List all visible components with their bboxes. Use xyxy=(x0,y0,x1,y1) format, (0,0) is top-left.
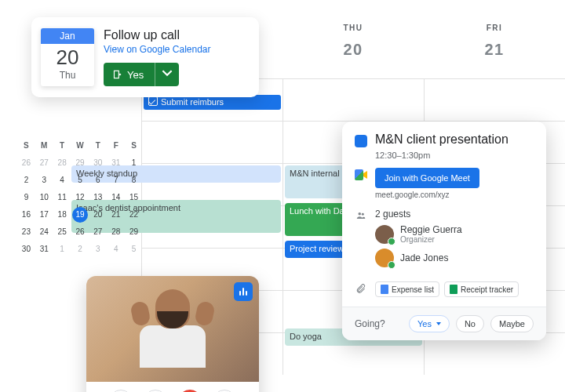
mini-day[interactable]: 24 xyxy=(35,223,53,241)
svg-point-6 xyxy=(359,212,362,216)
mini-day[interactable]: 9 xyxy=(17,189,35,206)
day-header-thu[interactable]: THU 20 xyxy=(282,24,424,64)
mini-dow: F xyxy=(107,137,125,154)
mini-day[interactable]: 4 xyxy=(107,241,125,258)
mini-day[interactable]: 5 xyxy=(71,172,89,189)
attachment-chip[interactable]: Expense list xyxy=(375,281,439,297)
mini-day[interactable]: 29 xyxy=(71,154,89,172)
people-icon xyxy=(355,210,366,221)
mini-day[interactable]: 15 xyxy=(125,189,143,206)
mini-day[interactable]: 1 xyxy=(53,241,71,258)
mini-day[interactable]: 30 xyxy=(17,241,35,258)
event-color-icon xyxy=(355,135,367,147)
guest-list: 2 guests Reggie GuerraOrganizerJade Jone… xyxy=(375,209,462,272)
mini-day[interactable]: 3 xyxy=(35,172,53,189)
guest-role: Organizer xyxy=(400,235,462,244)
guest-name: Jade Jones xyxy=(400,252,448,263)
mini-day[interactable]: 28 xyxy=(53,154,71,172)
mini-day[interactable]: 6 xyxy=(89,172,107,189)
mini-calendar[interactable]: SMTWTFS262728293031123456789101112131415… xyxy=(17,137,143,258)
attachment-icon xyxy=(355,283,366,294)
event-title: M&N client presentation xyxy=(375,132,508,147)
mini-day[interactable]: 7 xyxy=(107,172,125,189)
avatar xyxy=(375,225,394,244)
file-icon xyxy=(381,285,388,294)
rsvp-yes-option[interactable]: Yes xyxy=(409,315,450,332)
mini-day[interactable]: 31 xyxy=(107,154,125,172)
attachment-chip[interactable]: Receipt tracker xyxy=(444,281,519,297)
date-card-month: Jan xyxy=(41,28,94,44)
mini-day[interactable]: 1 xyxy=(125,154,143,172)
mini-day[interactable]: 23 xyxy=(17,223,35,241)
event-detail-card: M&N client presentation 12:30–1:30pm Joi… xyxy=(342,122,546,340)
guest-name: Reggie Guerra xyxy=(400,224,462,235)
rsvp-yes-button[interactable]: Yes xyxy=(104,63,179,86)
svg-point-7 xyxy=(362,213,364,216)
date-card-dow: Thu xyxy=(41,70,94,85)
google-meet-icon xyxy=(355,169,367,180)
mini-day[interactable]: 17 xyxy=(35,206,53,223)
meet-url[interactable]: meet.google.com/xyz xyxy=(375,191,479,199)
mini-day[interactable]: 28 xyxy=(107,223,125,241)
avatar xyxy=(375,249,394,267)
door-icon xyxy=(111,69,122,80)
mini-day[interactable]: 20 xyxy=(89,206,107,223)
join-meet-button[interactable]: Join with Google Meet xyxy=(375,168,479,188)
mini-day[interactable]: 2 xyxy=(17,172,35,189)
going-label: Going? xyxy=(355,318,385,329)
rsvp-maybe-option[interactable]: Maybe xyxy=(490,315,534,332)
mini-dow: S xyxy=(17,137,35,154)
date-card-day: 20 xyxy=(41,44,94,70)
guest-row[interactable]: Reggie GuerraOrganizer xyxy=(375,224,462,244)
mini-dow: W xyxy=(71,137,89,154)
rsvp-bar: Going? Yes No Maybe xyxy=(342,307,546,340)
date-card: Jan 20 Thu xyxy=(41,28,94,86)
mini-day[interactable]: 26 xyxy=(71,223,89,241)
followup-card: Jan 20 Thu Follow up call View on Google… xyxy=(31,17,259,97)
attachments: Expense listReceipt tracker xyxy=(375,281,519,297)
mini-day[interactable]: 25 xyxy=(53,223,71,241)
mini-day[interactable]: 27 xyxy=(35,154,53,172)
mini-day[interactable]: 21 xyxy=(107,206,125,223)
mini-day[interactable]: 27 xyxy=(89,223,107,241)
mini-day[interactable]: 19 xyxy=(72,207,88,223)
mini-day[interactable]: 11 xyxy=(53,189,71,206)
mini-day[interactable]: 10 xyxy=(35,189,53,206)
mini-day[interactable]: 14 xyxy=(107,189,125,206)
mini-day[interactable]: 3 xyxy=(89,241,107,258)
mini-day[interactable]: 16 xyxy=(17,206,35,223)
mini-day[interactable]: 26 xyxy=(17,154,35,172)
mini-day[interactable]: 12 xyxy=(71,189,89,206)
rsvp-dropdown-caret[interactable] xyxy=(155,63,179,86)
chevron-down-icon xyxy=(162,67,173,78)
mini-dow: S xyxy=(125,137,143,154)
svg-rect-0 xyxy=(115,71,119,78)
day-header-fri[interactable]: FRI 21 xyxy=(424,24,565,64)
mini-dow: M xyxy=(35,137,53,154)
guest-row[interactable]: Jade Jones xyxy=(375,249,462,267)
rsvp-no-option[interactable]: No xyxy=(456,315,484,332)
event-time: 12:30–1:30pm xyxy=(375,151,534,160)
mini-day[interactable]: 31 xyxy=(35,241,53,258)
mini-day[interactable]: 2 xyxy=(71,241,89,258)
mini-day[interactable]: 18 xyxy=(53,206,71,223)
video-feed xyxy=(86,276,259,382)
mini-day[interactable]: 30 xyxy=(89,154,107,172)
mini-dow: T xyxy=(89,137,107,154)
mini-day[interactable]: 13 xyxy=(89,189,107,206)
mini-day[interactable]: 29 xyxy=(125,223,143,241)
file-icon xyxy=(450,285,457,294)
view-on-calendar-link[interactable]: View on Google Calendar xyxy=(104,44,211,55)
mini-day[interactable]: 5 xyxy=(125,241,143,258)
followup-title: Follow up call xyxy=(104,28,211,42)
guest-count: 2 guests xyxy=(375,209,462,220)
mini-day[interactable]: 4 xyxy=(53,172,71,189)
audio-indicator-icon xyxy=(234,282,253,301)
mini-day[interactable]: 8 xyxy=(125,172,143,189)
video-call-card xyxy=(86,276,259,392)
mini-day[interactable]: 22 xyxy=(125,206,143,223)
mini-dow: T xyxy=(53,137,71,154)
